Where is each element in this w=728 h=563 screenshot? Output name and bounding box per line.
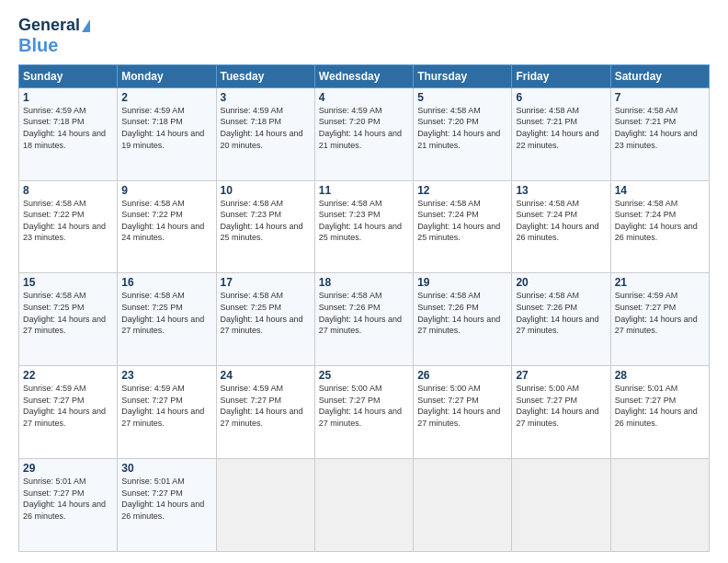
day-number: 1 (23, 91, 113, 104)
day-info: Sunrise: 4:58 AMSunset: 7:26 PMDaylight:… (319, 291, 402, 335)
calendar-cell: 22 Sunrise: 4:59 AMSunset: 7:27 PMDaylig… (19, 366, 118, 459)
day-number: 28 (615, 369, 705, 382)
calendar-cell: 30 Sunrise: 5:01 AMSunset: 7:27 PMDaylig… (118, 459, 216, 552)
week-row-4: 22 Sunrise: 4:59 AMSunset: 7:27 PMDaylig… (19, 366, 710, 459)
day-info: Sunrise: 4:58 AMSunset: 7:23 PMDaylight:… (319, 199, 402, 243)
week-row-1: 1 Sunrise: 4:59 AMSunset: 7:18 PMDayligh… (19, 87, 710, 180)
day-info: Sunrise: 4:58 AMSunset: 7:21 PMDaylight:… (615, 106, 698, 150)
day-number: 26 (417, 369, 507, 382)
day-number: 25 (319, 369, 409, 382)
day-number: 24 (221, 369, 311, 382)
logo-triangle-icon (82, 19, 90, 32)
day-number: 7 (615, 91, 705, 104)
calendar-cell: 25 Sunrise: 5:00 AMSunset: 7:27 PMDaylig… (314, 366, 413, 459)
calendar-cell: 23 Sunrise: 4:59 AMSunset: 7:27 PMDaylig… (118, 366, 216, 459)
day-number: 21 (615, 276, 705, 289)
day-number: 23 (121, 369, 211, 382)
calendar-cell: 4 Sunrise: 4:59 AMSunset: 7:20 PMDayligh… (314, 87, 413, 180)
calendar-cell: 2 Sunrise: 4:59 AMSunset: 7:18 PMDayligh… (118, 87, 216, 180)
day-number: 27 (516, 369, 606, 382)
day-info: Sunrise: 4:58 AMSunset: 7:23 PMDaylight:… (221, 199, 303, 243)
weekday-header-tuesday: Tuesday (216, 64, 314, 87)
day-info: Sunrise: 4:59 AMSunset: 7:18 PMDaylight:… (221, 106, 303, 150)
day-number: 14 (615, 184, 705, 197)
calendar-cell (314, 459, 413, 552)
day-info: Sunrise: 4:58 AMSunset: 7:26 PMDaylight:… (516, 291, 598, 335)
calendar-cell: 16 Sunrise: 4:58 AMSunset: 7:25 PMDaylig… (118, 273, 216, 366)
day-info: Sunrise: 4:58 AMSunset: 7:24 PMDaylight:… (417, 199, 500, 243)
week-row-3: 15 Sunrise: 4:58 AMSunset: 7:25 PMDaylig… (19, 273, 710, 366)
weekday-header-saturday: Saturday (610, 64, 709, 87)
day-info: Sunrise: 4:58 AMSunset: 7:20 PMDaylight:… (417, 106, 500, 150)
logo: General Blue (18, 17, 90, 55)
day-info: Sunrise: 4:58 AMSunset: 7:26 PMDaylight:… (417, 291, 500, 335)
calendar-cell: 21 Sunrise: 4:59 AMSunset: 7:27 PMDaylig… (610, 273, 709, 366)
calendar-cell: 29 Sunrise: 5:01 AMSunset: 7:27 PMDaylig… (19, 459, 118, 552)
calendar-cell: 1 Sunrise: 4:59 AMSunset: 7:18 PMDayligh… (19, 87, 118, 180)
day-number: 19 (417, 276, 507, 289)
weekday-header-row: SundayMondayTuesdayWednesdayThursdayFrid… (19, 64, 710, 87)
logo-text-blue: Blue (18, 35, 58, 55)
day-number: 29 (23, 462, 113, 475)
day-info: Sunrise: 5:00 AMSunset: 7:27 PMDaylight:… (516, 384, 598, 428)
calendar-cell: 26 Sunrise: 5:00 AMSunset: 7:27 PMDaylig… (414, 366, 512, 459)
calendar-table: SundayMondayTuesdayWednesdayThursdayFrid… (18, 64, 710, 552)
day-number: 18 (319, 276, 409, 289)
day-info: Sunrise: 5:00 AMSunset: 7:27 PMDaylight:… (319, 384, 402, 428)
week-row-5: 29 Sunrise: 5:01 AMSunset: 7:27 PMDaylig… (19, 459, 710, 552)
day-info: Sunrise: 5:01 AMSunset: 7:27 PMDaylight:… (121, 477, 204, 521)
page: General Blue SundayMondayTuesdayWednesda… (0, 0, 728, 563)
day-number: 8 (23, 184, 113, 197)
calendar-cell: 18 Sunrise: 4:58 AMSunset: 7:26 PMDaylig… (314, 273, 413, 366)
day-number: 16 (121, 276, 211, 289)
day-number: 6 (516, 91, 606, 104)
day-info: Sunrise: 4:58 AMSunset: 7:25 PMDaylight:… (121, 291, 204, 335)
calendar-cell: 27 Sunrise: 5:00 AMSunset: 7:27 PMDaylig… (512, 366, 610, 459)
day-info: Sunrise: 4:59 AMSunset: 7:27 PMDaylight:… (121, 384, 204, 428)
day-info: Sunrise: 4:58 AMSunset: 7:24 PMDaylight:… (615, 199, 698, 243)
day-info: Sunrise: 5:01 AMSunset: 7:27 PMDaylight:… (615, 384, 698, 428)
day-number: 10 (221, 184, 311, 197)
day-number: 20 (516, 276, 606, 289)
calendar-cell: 3 Sunrise: 4:59 AMSunset: 7:18 PMDayligh… (216, 87, 314, 180)
calendar-cell: 19 Sunrise: 4:58 AMSunset: 7:26 PMDaylig… (414, 273, 512, 366)
day-info: Sunrise: 4:59 AMSunset: 7:18 PMDaylight:… (121, 106, 204, 150)
day-info: Sunrise: 5:01 AMSunset: 7:27 PMDaylight:… (23, 477, 106, 521)
day-number: 13 (516, 184, 606, 197)
weekday-header-wednesday: Wednesday (314, 64, 413, 87)
calendar-cell: 9 Sunrise: 4:58 AMSunset: 7:22 PMDayligh… (118, 180, 216, 273)
day-info: Sunrise: 4:58 AMSunset: 7:21 PMDaylight:… (516, 106, 598, 150)
weekday-header-thursday: Thursday (414, 64, 512, 87)
day-info: Sunrise: 4:59 AMSunset: 7:20 PMDaylight:… (319, 106, 402, 150)
day-number: 12 (417, 184, 507, 197)
day-info: Sunrise: 4:59 AMSunset: 7:27 PMDaylight:… (23, 384, 106, 428)
calendar-cell: 10 Sunrise: 4:58 AMSunset: 7:23 PMDaylig… (216, 180, 314, 273)
calendar-cell: 8 Sunrise: 4:58 AMSunset: 7:22 PMDayligh… (19, 180, 118, 273)
day-info: Sunrise: 4:58 AMSunset: 7:25 PMDaylight:… (23, 291, 106, 335)
calendar-cell: 11 Sunrise: 4:58 AMSunset: 7:23 PMDaylig… (314, 180, 413, 273)
calendar-cell (216, 459, 314, 552)
calendar-cell: 6 Sunrise: 4:58 AMSunset: 7:21 PMDayligh… (512, 87, 610, 180)
day-info: Sunrise: 4:58 AMSunset: 7:24 PMDaylight:… (516, 199, 598, 243)
calendar-cell: 5 Sunrise: 4:58 AMSunset: 7:20 PMDayligh… (414, 87, 512, 180)
calendar-cell (414, 459, 512, 552)
day-info: Sunrise: 4:58 AMSunset: 7:25 PMDaylight:… (221, 291, 303, 335)
calendar-cell: 17 Sunrise: 4:58 AMSunset: 7:25 PMDaylig… (216, 273, 314, 366)
day-number: 3 (221, 91, 311, 104)
calendar-cell: 15 Sunrise: 4:58 AMSunset: 7:25 PMDaylig… (19, 273, 118, 366)
header: General Blue (18, 17, 710, 55)
logo-text-general: General (18, 17, 80, 35)
calendar-cell (512, 459, 610, 552)
day-number: 30 (121, 462, 211, 475)
calendar-cell: 14 Sunrise: 4:58 AMSunset: 7:24 PMDaylig… (610, 180, 709, 273)
day-info: Sunrise: 4:59 AMSunset: 7:18 PMDaylight:… (23, 106, 106, 150)
calendar-cell: 7 Sunrise: 4:58 AMSunset: 7:21 PMDayligh… (610, 87, 709, 180)
weekday-header-monday: Monday (118, 64, 216, 87)
calendar-cell: 28 Sunrise: 5:01 AMSunset: 7:27 PMDaylig… (610, 366, 709, 459)
day-number: 5 (417, 91, 507, 104)
calendar-body: 1 Sunrise: 4:59 AMSunset: 7:18 PMDayligh… (19, 87, 710, 551)
weekday-header-friday: Friday (512, 64, 610, 87)
day-info: Sunrise: 5:00 AMSunset: 7:27 PMDaylight:… (417, 384, 500, 428)
day-number: 22 (23, 369, 113, 382)
day-info: Sunrise: 4:58 AMSunset: 7:22 PMDaylight:… (23, 199, 106, 243)
